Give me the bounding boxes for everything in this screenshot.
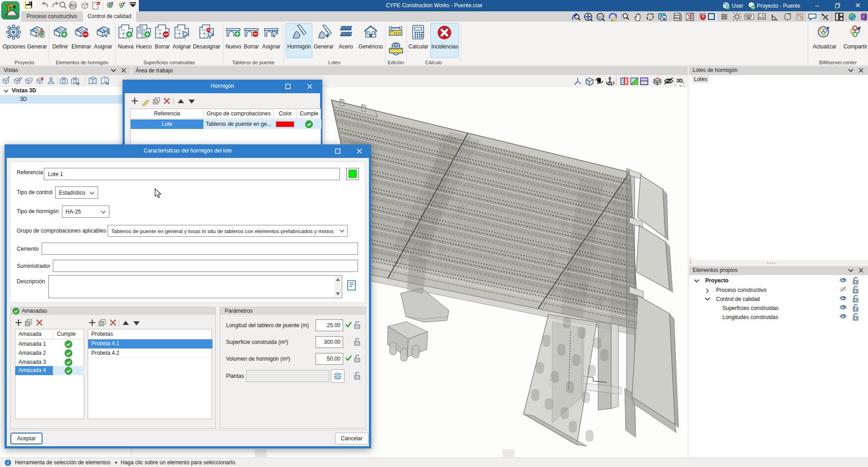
svg-text:1.00: 1.00 [759,14,765,17]
svg-text:DXF: DXF [688,14,692,16]
svg-text:Longitudes construidas: Longitudes construidas [722,314,778,320]
svg-text:DWG: DWG [688,18,693,20]
svg-text:?: ? [863,15,865,19]
svg-text:DWG: DWG [674,17,679,19]
svg-text:Superficies construidas: Superficies construidas [722,305,778,311]
svg-text:i: i [7,460,9,465]
svg-text:Control de calidad: Control de calidad [716,296,760,302]
svg-text:Proyecto: Proyecto [705,277,728,284]
svg-text:x2: x2 [598,15,603,19]
svg-text:Proceso constructivo: Proceso constructivo [716,287,767,293]
